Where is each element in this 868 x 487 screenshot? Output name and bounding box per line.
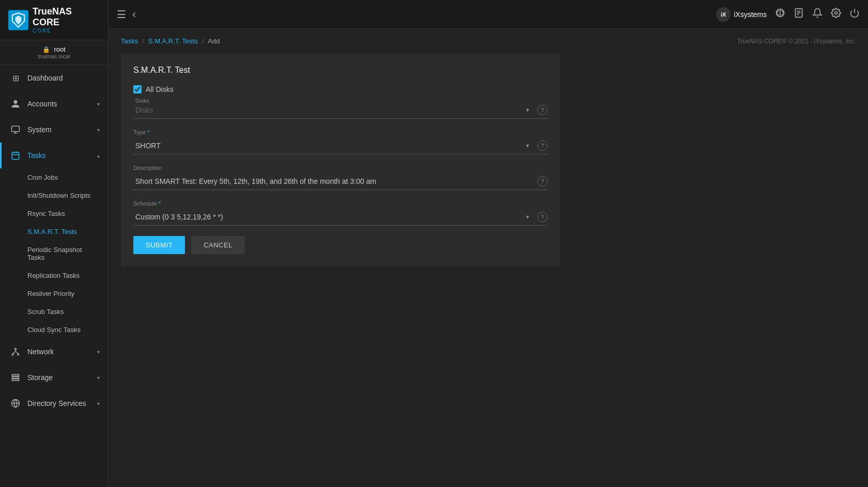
sub-item-label: Replication Tasks xyxy=(27,272,80,279)
svg-rect-4 xyxy=(12,152,19,160)
chevron-down-icon: ▾ xyxy=(97,375,100,381)
sidebar-item-smart-tests[interactable]: S.M.A.R.T. Tests xyxy=(0,223,108,241)
sidebar-item-dashboard[interactable]: ⊞ Dashboard xyxy=(0,65,108,91)
disks-label: Disks xyxy=(135,98,149,104)
svg-point-18 xyxy=(835,12,838,14)
sidebar-item-storage[interactable]: Storage ▾ xyxy=(0,365,108,390)
description-help-icon[interactable]: ? xyxy=(537,176,548,186)
chevron-down-icon: ▾ xyxy=(97,401,100,406)
smart-test-form: S.M.A.R.T. Test All Disks ▾ ? Disks Type… xyxy=(121,53,560,266)
app-subtitle: CORE xyxy=(33,28,100,34)
ixsystems-label: iXsystems xyxy=(734,10,767,19)
sidebar-item-rsync-tasks[interactable]: Rsync Tasks xyxy=(0,205,108,223)
sidebar-item-label: Directory Services xyxy=(27,399,97,407)
sidebar-item-init-shutdown[interactable]: Init/Shutdown Scripts xyxy=(0,186,108,205)
breadcrumb-sep-1: / xyxy=(142,37,144,45)
sub-item-label: S.M.A.R.T. Tests xyxy=(27,228,77,235)
sidebar-item-label: Dashboard xyxy=(27,74,100,82)
copyright-text: TrueNAS CORE® © 2021 - iXsystems, Inc. xyxy=(737,38,856,45)
breadcrumb-tasks[interactable]: Tasks xyxy=(121,37,138,45)
notifications-icon[interactable] xyxy=(812,8,823,21)
disks-group: ▾ ? Disks xyxy=(133,102,548,119)
storage-icon xyxy=(10,372,21,383)
description-input-wrapper: ? xyxy=(133,173,548,190)
sidebar-item-label: Accounts xyxy=(27,100,97,108)
description-input[interactable] xyxy=(133,176,533,186)
disks-input[interactable] xyxy=(133,105,526,115)
sidebar-item-system[interactable]: System ▾ xyxy=(0,117,108,143)
type-group: Type * SHORT LONG CONVEYANCE OFFLINE ▾ ? xyxy=(133,129,548,154)
sidebar-item-directory-services[interactable]: Directory Services ▾ xyxy=(0,390,108,416)
app-logo: TrueNAS CORE CORE xyxy=(0,0,108,40)
sidebar-item-accounts[interactable]: Accounts ▾ xyxy=(0,91,108,117)
type-dropdown-arrow: ▾ xyxy=(526,142,529,149)
schedule-dropdown-arrow: ▾ xyxy=(526,213,529,221)
all-disks-checkbox[interactable] xyxy=(133,85,142,93)
sidebar-item-network[interactable]: Network ▾ xyxy=(0,339,108,365)
sub-item-label: Cron Jobs xyxy=(27,174,58,181)
dashboard-icon: ⊞ xyxy=(10,72,21,84)
system-icon xyxy=(10,124,21,135)
sidebar-item-label: Tasks xyxy=(27,151,97,160)
sidebar-item-resilver-priority[interactable]: Resilver Priority xyxy=(0,285,108,303)
chevron-down-icon: ▾ xyxy=(97,127,100,133)
submit-button[interactable]: SUBMIT xyxy=(133,236,185,254)
app-name: TrueNAS CORE xyxy=(33,6,100,28)
back-icon[interactable]: ‹ xyxy=(132,8,136,21)
svg-point-5 xyxy=(15,348,17,350)
breadcrumb-add: Add xyxy=(208,37,220,45)
topbar: ☰ ‹ iX iXsystems xyxy=(109,0,868,29)
svg-rect-10 xyxy=(12,379,19,381)
chevron-up-icon: ▴ xyxy=(97,153,100,159)
schedule-label: Schedule * xyxy=(133,200,548,207)
schedule-group: Schedule * Custom (0 3 5,12,19,26 * *) ▾… xyxy=(133,200,548,226)
hostname: truenas.local xyxy=(8,53,100,59)
breadcrumb-smart-tests[interactable]: S.M.A.R.T. Tests xyxy=(148,37,198,45)
sidebar-item-scrub-tasks[interactable]: Scrub Tasks xyxy=(0,303,108,321)
all-disks-row: All Disks xyxy=(133,85,548,93)
trident-icon[interactable] xyxy=(775,8,785,21)
directory-services-icon xyxy=(10,398,21,409)
type-input-wrapper: SHORT LONG CONVEYANCE OFFLINE ▾ ? xyxy=(133,137,548,154)
all-disks-label[interactable]: All Disks xyxy=(146,85,174,93)
chevron-down-icon: ▾ xyxy=(97,101,100,107)
sub-item-label: Rsync Tasks xyxy=(27,210,65,217)
schedule-select[interactable]: Custom (0 3 5,12,19,26 * *) xyxy=(133,212,526,222)
user-section: 🔒 root truenas.local xyxy=(0,40,108,65)
schedule-help-icon[interactable]: ? xyxy=(537,212,548,222)
ixsystems-logo: iX iXsystems xyxy=(716,7,767,22)
sub-item-label: Scrub Tasks xyxy=(27,308,64,316)
type-help-icon[interactable]: ? xyxy=(537,140,548,151)
disks-help-icon[interactable]: ? xyxy=(537,105,548,115)
sidebar-item-cron-jobs[interactable]: Cron Jobs xyxy=(0,168,108,186)
svg-point-6 xyxy=(12,354,13,355)
sidebar-item-periodic-snapshot[interactable]: Periodic Snapshot Tasks xyxy=(0,241,108,266)
breadcrumb-sep-2: / xyxy=(202,37,204,45)
username: root xyxy=(54,45,65,53)
sidebar: TrueNAS CORE CORE 🔒 root truenas.local ⊞… xyxy=(0,0,109,487)
description-label: Description xyxy=(133,165,548,171)
network-icon xyxy=(10,346,21,357)
sidebar-item-cloud-sync-tasks[interactable]: Cloud Sync Tasks xyxy=(0,321,108,339)
sidebar-item-label: System xyxy=(27,125,97,134)
sub-item-label: Cloud Sync Tasks xyxy=(27,326,81,334)
disks-dropdown-arrow: ▾ xyxy=(526,106,529,114)
content-area: Tasks / S.M.A.R.T. Tests / Add TrueNAS C… xyxy=(109,29,868,487)
chevron-down-icon: ▾ xyxy=(97,349,100,355)
changelog-icon[interactable] xyxy=(794,8,804,21)
breadcrumb: Tasks / S.M.A.R.T. Tests / Add TrueNAS C… xyxy=(109,29,868,53)
sidebar-item-replication-tasks[interactable]: Replication Tasks xyxy=(0,266,108,285)
form-actions: SUBMIT CANCEL xyxy=(133,236,548,254)
type-label: Type * xyxy=(133,129,548,135)
type-select[interactable]: SHORT LONG CONVEYANCE OFFLINE xyxy=(133,140,526,151)
sidebar-item-tasks[interactable]: Tasks ▴ xyxy=(0,143,108,168)
cancel-button[interactable]: CANCEL xyxy=(191,236,245,254)
svg-point-7 xyxy=(18,354,19,355)
sub-item-label: Periodic Snapshot Tasks xyxy=(27,246,100,261)
svg-rect-9 xyxy=(12,377,19,379)
menu-icon[interactable]: ☰ xyxy=(117,8,126,21)
tasks-icon xyxy=(10,150,21,161)
svg-rect-3 xyxy=(12,126,20,132)
power-icon[interactable] xyxy=(849,8,860,21)
settings-icon[interactable] xyxy=(831,8,841,21)
